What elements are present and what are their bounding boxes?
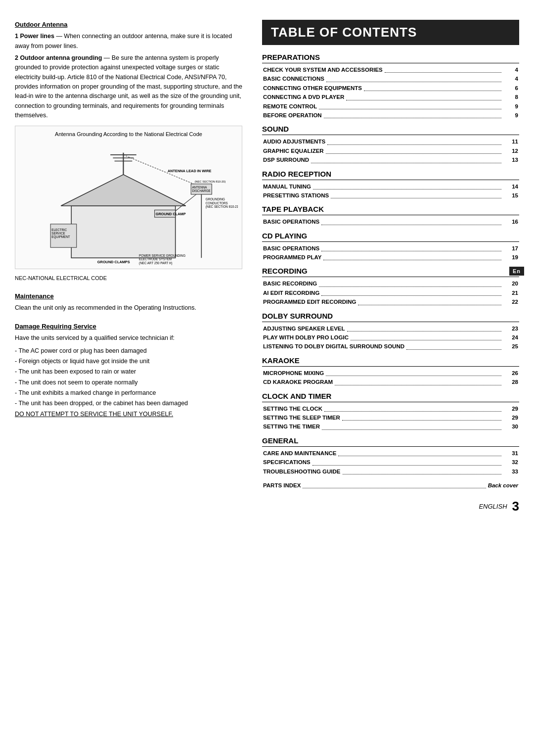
- section-title-preparations: PREPARATIONS: [262, 53, 519, 63]
- toc-dots: [322, 422, 501, 429]
- svg-text:ELECTRIC: ELECTRIC: [51, 228, 67, 231]
- entry-label: CHECK YOUR SYSTEM AND ACCESSORIES: [263, 65, 383, 74]
- toc-entry: SETTING THE CLOCK 29: [262, 404, 519, 413]
- toc-entry: AI EDIT RECORDING 21: [262, 288, 519, 297]
- right-column: TABLE OF CONTENTS PREPARATIONS CHECK YOU…: [257, 20, 519, 736]
- toc-section-sound: SOUND AUDIO ADJUSTMENTS 11 GRAPHIC EQUAL…: [262, 125, 519, 164]
- svg-text:(NEC ART 250 PART H): (NEC ART 250 PART H): [139, 261, 173, 265]
- toc-entry: GRAPHIC EQUALIZER 12: [262, 146, 519, 155]
- section-title-recording: RECORDING: [262, 267, 519, 277]
- toc-dots: [303, 481, 486, 488]
- english-label: ENGLISH: [479, 503, 507, 510]
- svg-text:GROUNDING: GROUNDING: [206, 197, 225, 201]
- entry-label: AUDIO ADJUSTMENTS: [263, 137, 325, 146]
- entry-label: CONNECTING A DVD PLAYER: [263, 93, 344, 101]
- list-item: Foreign objects or liquid have got insid…: [15, 357, 242, 366]
- entry-page: 20: [503, 279, 518, 288]
- list-item: The unit has been dropped, or the cabine…: [15, 399, 242, 408]
- maintenance-text: Clean the unit only as recommended in th…: [15, 303, 242, 313]
- entry-label: PRESETTING STATIONS: [263, 191, 329, 200]
- item1-bold: Power lines: [20, 33, 54, 40]
- entry-label: SETTING THE SLEEP TIMER: [263, 413, 340, 422]
- toc-dots: [358, 297, 501, 305]
- toc-header: TABLE OF CONTENTS: [262, 20, 519, 45]
- section-title-clock: CLOCK AND TIMER: [262, 392, 519, 402]
- toc-entry: TROUBLESHOOTING GUIDE 33: [262, 467, 519, 476]
- section-title-general: GENERAL: [262, 436, 519, 447]
- toc-dots: [319, 279, 501, 286]
- toc-entry: CHECK YOUR SYSTEM AND ACCESSORIES 4: [262, 65, 519, 74]
- entry-label: AI EDIT RECORDING: [263, 288, 319, 297]
- entry-page: 26: [503, 369, 518, 378]
- entry-page: 22: [503, 297, 518, 306]
- section-title-radio: RADIO RECEPTION: [262, 170, 519, 180]
- english-num: 3: [512, 499, 519, 514]
- toc-entry: MANUAL TUNING 14: [262, 182, 519, 191]
- toc-dots: [324, 111, 501, 118]
- item1-num: 1: [15, 33, 18, 40]
- diagram-caption: Antenna Grounding According to the Natio…: [19, 130, 238, 139]
- toc-section-general: GENERAL CARE AND MAINTENANCE 31 SPECIFIC…: [262, 436, 519, 476]
- entry-page: 6: [503, 84, 518, 93]
- toc-dots: [331, 191, 501, 198]
- list-item: The AC power cord or plug has been damag…: [15, 346, 242, 356]
- toc-section-parts-index: PARTS INDEX Back cover: [262, 481, 519, 490]
- svg-text:ANTENNA LEAD IN WIRE: ANTENNA LEAD IN WIRE: [168, 168, 212, 173]
- entry-page: 11: [503, 137, 518, 146]
- section-title-karaoke: KARAOKE: [262, 356, 519, 367]
- entry-page: Back cover: [488, 481, 518, 490]
- toc-entry: BASIC OPERATIONS 16: [262, 217, 519, 226]
- entry-page: 16: [503, 217, 518, 226]
- entry-page: 24: [503, 333, 518, 342]
- entry-label: BASIC OPERATIONS: [263, 217, 319, 226]
- entry-page: 8: [503, 93, 518, 101]
- toc-entry: LISTENING TO DOLBY DIGITAL SURROUND SOUN…: [262, 342, 519, 351]
- antenna-diagram-svg: ANTENNA LEAD IN WIRE ANTENNA DISCHARGE G…: [19, 142, 238, 269]
- toc-entry: SPECIFICATIONS 32: [262, 458, 519, 467]
- entry-label: GRAPHIC EQUALIZER: [263, 146, 324, 155]
- entry-label: SETTING THE TIMER: [263, 422, 320, 431]
- en-badge: En: [509, 267, 524, 276]
- bottom-english: ENGLISH 3: [262, 499, 519, 514]
- list-item: The unit has been exposed to rain or wat…: [15, 367, 242, 377]
- toc-dots: [319, 102, 501, 109]
- toc-section-dolby: DOLBY SURROUND ADJUSTING SPEAKER LEVEL 2…: [262, 312, 519, 351]
- toc-entry: PROGRAMMED PLAY 19: [262, 253, 519, 262]
- toc-dots: [323, 253, 501, 260]
- toc-entry: BASIC RECORDING 20: [262, 279, 519, 288]
- section-title-sound: SOUND: [262, 125, 519, 135]
- entry-label: DSP SURROUND: [263, 155, 309, 164]
- entry-page: 30: [503, 422, 518, 431]
- entry-label: TROUBLESHOOTING GUIDE: [263, 467, 341, 476]
- svg-text:SERVICE: SERVICE: [51, 231, 65, 235]
- entry-page: 29: [503, 413, 518, 422]
- toc-dots: [321, 288, 501, 296]
- entry-label: BASIC OPERATIONS: [263, 244, 319, 253]
- toc-dots: [346, 93, 501, 100]
- entry-page: 12: [503, 146, 518, 155]
- entry-page: 29: [503, 404, 518, 413]
- antenna-item-1: 1 Power lines — When connecting an outdo…: [15, 32, 242, 51]
- damage-warning: DO NOT ATTEMPT TO SERVICE THE UNIT YOURS…: [15, 410, 242, 419]
- toc-entry: CONNECTING OTHER EQUIPMENTS 6: [262, 84, 519, 93]
- entry-label: ADJUSTING SPEAKER LEVEL: [263, 324, 345, 333]
- svg-text:DISCHARGE: DISCHARGE: [192, 189, 210, 192]
- maintenance-heading: Maintenance: [15, 291, 242, 301]
- entry-label: CARE AND MAINTENANCE: [263, 449, 336, 458]
- toc-entry: BEFORE OPERATION 9: [262, 111, 519, 120]
- toc-dots: [385, 65, 501, 73]
- svg-text:GROUND CLAMPS: GROUND CLAMPS: [97, 259, 130, 264]
- antenna-diagram: Antenna Grounding According to the Natio…: [15, 126, 242, 269]
- item2-bold: Outdoor antenna grounding: [20, 54, 102, 61]
- toc-dots: [351, 333, 501, 340]
- entry-label: BEFORE OPERATION: [263, 111, 322, 120]
- toc-section-radio: RADIO RECEPTION MANUAL TUNING 14 PRESETT…: [262, 170, 519, 200]
- svg-text:(NEC SECTION 810-20): (NEC SECTION 810-20): [195, 180, 226, 183]
- toc-dots: [326, 369, 501, 376]
- entry-label: PROGRAMMED EDIT RECORDING: [263, 297, 356, 306]
- toc-section-recording: RECORDING BASIC RECORDING 20 AI EDIT REC…: [262, 267, 519, 306]
- entry-page: 31: [503, 449, 518, 458]
- entry-page: 23: [503, 324, 518, 333]
- list-item: The unit does not seem to operate normal…: [15, 378, 242, 387]
- svg-text:EQUIPMENT: EQUIPMENT: [51, 235, 70, 239]
